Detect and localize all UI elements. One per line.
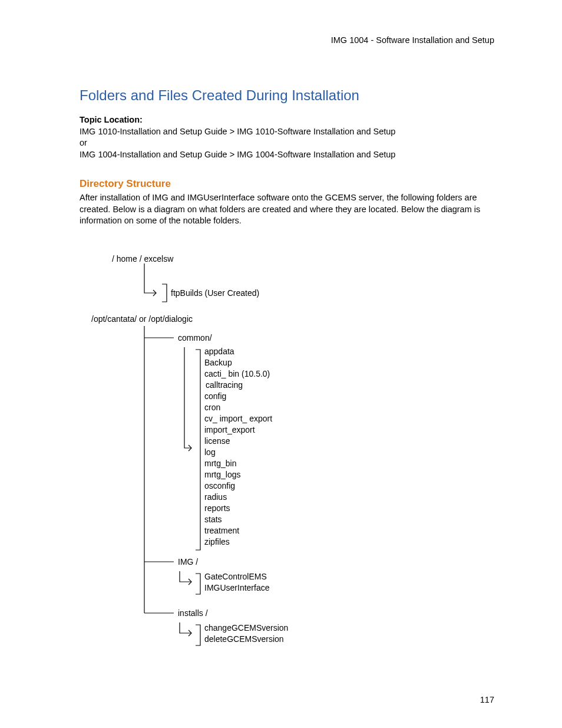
topic-label: Topic Location:: [80, 115, 143, 124]
tree-item: Backup: [204, 358, 232, 367]
tree-item: mrtg_logs: [204, 470, 240, 479]
directory-tree-diagram: / home / excelsw ftpBuilds (User Created…: [80, 251, 494, 657]
tree-item: radius: [204, 492, 227, 502]
tree-root-home: / home / excelsw: [112, 254, 173, 263]
page-title: Folders and Files Created During Install…: [80, 87, 494, 104]
tree-item: mrtg_bin: [204, 459, 236, 468]
tree-item: cron: [204, 403, 220, 412]
tree-branch-img: IMG /: [178, 557, 198, 566]
tree-item: osconfig: [204, 481, 235, 490]
running-header: IMG 1004 - Software Installation and Set…: [80, 35, 494, 45]
tree-item: treatment: [204, 526, 239, 535]
topic-or: or: [80, 138, 87, 147]
tree-item: zipfiles: [204, 537, 230, 546]
tree-branch-common: common/: [178, 333, 212, 342]
tree-item: reports: [204, 503, 230, 513]
page-number: 117: [480, 695, 494, 704]
tree-item: calltracing: [206, 380, 243, 390]
tree-item-ftpbuilds: ftpBuilds (User Created): [171, 288, 259, 298]
section-heading: Directory Structure: [80, 178, 494, 190]
tree-item: GateControlEMS: [204, 572, 267, 581]
tree-item: changeGCEMSversion: [204, 623, 288, 633]
section-body: After installation of IMG and IMGUserInt…: [80, 192, 494, 227]
tree-item: cv_ import_ export: [204, 414, 272, 423]
tree-item: IMGUserInterface: [204, 583, 269, 592]
tree-item: license: [204, 436, 230, 446]
tree-item: config: [204, 391, 226, 401]
tree-item: log: [204, 447, 216, 457]
tree-item: stats: [204, 515, 222, 524]
tree-item: import_export: [204, 425, 255, 434]
topic-location-block: Topic Location: IMG 1010-Installation an…: [80, 114, 494, 160]
tree-branch-installs: installs /: [178, 608, 208, 618]
tree-item: deleteGCEMSversion: [204, 634, 284, 644]
tree-item: appdata: [204, 347, 234, 356]
topic-line-1: IMG 1010-Installation and Setup Guide > …: [80, 127, 395, 136]
tree-item: cacti_ bin (10.5.0): [204, 369, 270, 378]
tree-root-opt: /opt/cantata/ or /opt/dialogic: [91, 314, 193, 324]
topic-line-2: IMG 1004-Installation and Setup Guide > …: [80, 150, 395, 159]
